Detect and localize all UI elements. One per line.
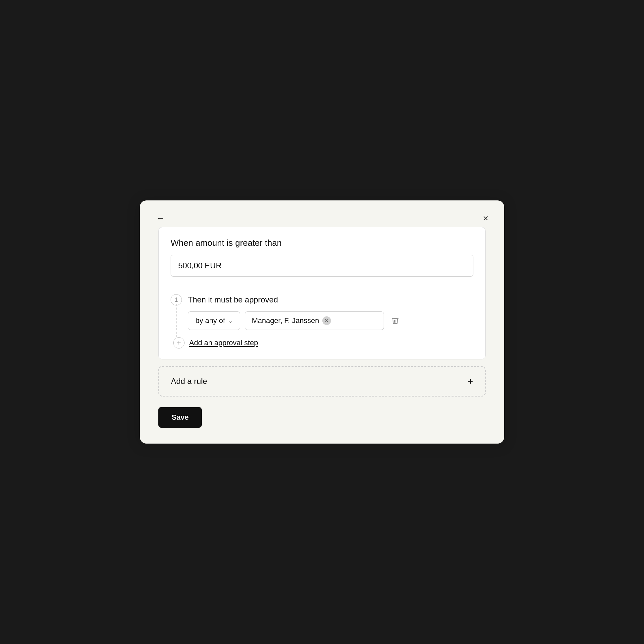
add-step-icon[interactable]: + bbox=[173, 337, 185, 349]
add-step-row: + Add an approval step bbox=[171, 337, 473, 349]
approval-type-dropdown[interactable]: by any of ⌄ bbox=[188, 311, 240, 330]
content-area: When amount is greater than 1 Then it mu… bbox=[158, 227, 486, 428]
modal-container: ← × When amount is greater than 1 Then i… bbox=[140, 200, 504, 444]
step-title: Then it must be approved bbox=[188, 295, 278, 304]
add-rule-card[interactable]: Add a rule + bbox=[158, 366, 486, 397]
trash-icon bbox=[391, 317, 399, 325]
dropdown-label: by any of bbox=[195, 316, 225, 325]
close-button[interactable]: × bbox=[483, 214, 488, 223]
remove-approver-button[interactable]: ✕ bbox=[322, 316, 331, 325]
section-divider bbox=[171, 286, 473, 286]
approver-name: Manager, F. Janssen bbox=[252, 316, 319, 325]
approval-section: 1 Then it must be approved by any of ⌄ M… bbox=[171, 294, 473, 349]
step-number-badge: 1 bbox=[171, 294, 182, 305]
delete-step-button[interactable] bbox=[389, 314, 402, 327]
approver-tag: Manager, F. Janssen ✕ bbox=[245, 311, 384, 330]
back-button[interactable]: ← bbox=[156, 214, 165, 223]
step-controls: by any of ⌄ Manager, F. Janssen ✕ bbox=[171, 311, 473, 330]
when-condition-label: When amount is greater than bbox=[171, 238, 473, 248]
add-rule-label: Add a rule bbox=[171, 377, 207, 386]
step-connector-line bbox=[176, 304, 177, 337]
add-rule-plus-icon: + bbox=[468, 376, 473, 387]
save-button[interactable]: Save bbox=[158, 407, 202, 428]
rule-card: When amount is greater than 1 Then it mu… bbox=[158, 227, 486, 359]
chevron-down-icon: ⌄ bbox=[228, 318, 233, 324]
amount-input[interactable] bbox=[171, 255, 473, 277]
step-header: 1 Then it must be approved bbox=[171, 294, 473, 305]
add-step-button[interactable]: Add an approval step bbox=[189, 339, 258, 347]
